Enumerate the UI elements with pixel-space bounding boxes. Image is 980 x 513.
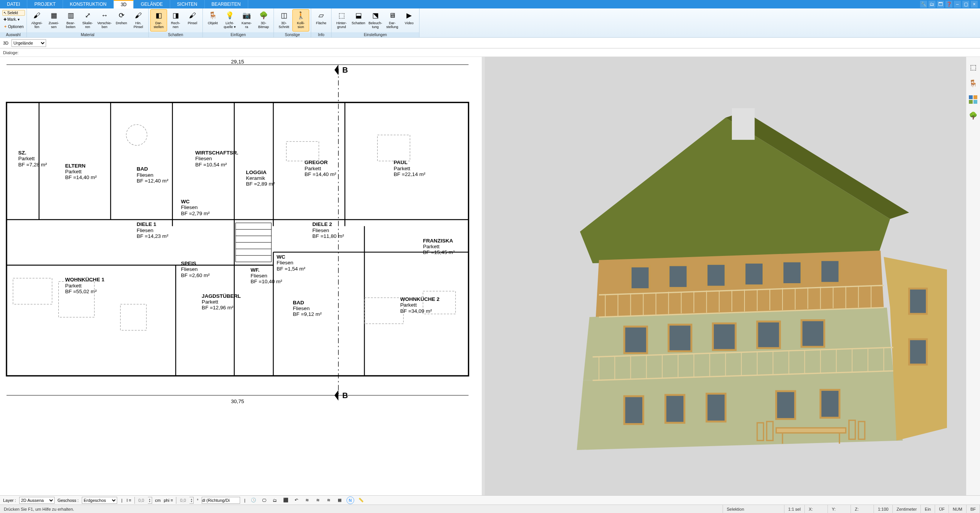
material-label-5: Drehen xyxy=(116,21,127,25)
svg-rect-34 xyxy=(365,298,404,324)
schatten-label-2: Pinsel xyxy=(188,21,197,25)
screen-icon[interactable]: 🖵 xyxy=(260,496,268,504)
bottom-toolbar: Layer : 2D Aussena Geschoss : Erdgeschos… xyxy=(0,495,980,505)
einstellungen-icon-2: ⬔ xyxy=(370,10,380,20)
einfuegen-btn-1[interactable]: 💡Licht- quelle ▾ xyxy=(221,9,238,32)
material-icon-4: ↔ xyxy=(99,10,109,20)
schatten-icon-2: 🖌 xyxy=(187,10,197,20)
clock-icon[interactable]: 🕓 xyxy=(250,496,257,504)
svg-point-31 xyxy=(126,125,147,145)
einstellungen-btn-4[interactable]: ▶Video xyxy=(401,9,418,32)
tool-icon[interactable]: 🔧 xyxy=(920,1,927,8)
3d-view-pane[interactable] xyxy=(485,57,967,495)
einstellungen-icon-0: ⬚ xyxy=(337,10,347,20)
svg-rect-97 xyxy=(757,322,780,348)
svg-text:B: B xyxy=(342,391,348,400)
help-icon[interactable]: ❓ xyxy=(945,1,952,8)
einfuegen-btn-0[interactable]: 🪑Objekt xyxy=(204,9,221,32)
layers2-icon[interactable]: 🗂 xyxy=(271,496,279,504)
room-label: WIRTSCHAFTSR.FliesenBF =10,54 m² xyxy=(195,150,238,167)
furniture-icon[interactable]: 🪑 xyxy=(968,78,978,88)
material-label-4: Verschie- ben xyxy=(97,21,112,29)
svg-rect-99 xyxy=(624,397,643,424)
undo-icon[interactable]: ↶ xyxy=(293,496,300,504)
material-btn-3[interactable]: ⤢Skalie- ren xyxy=(79,9,96,32)
material-label-2: Bear- beiten xyxy=(66,21,76,29)
einfuegen-label-1: Licht- quelle ▾ xyxy=(224,21,236,29)
tab-3d[interactable]: 3D xyxy=(114,0,134,8)
tab-datei[interactable]: DATEI xyxy=(0,0,27,8)
main-menubar: DATEI PROJEKT KONSTRUKTION 3D GELÄNDE SI… xyxy=(0,0,980,8)
l-input[interactable]: ▲▼ xyxy=(134,497,152,504)
folder-icon[interactable]: 🗂 xyxy=(929,1,935,8)
tab-projekt[interactable]: PROJEKT xyxy=(27,0,63,8)
cube-icon[interactable]: ⬛ xyxy=(282,496,290,504)
status-bf: BF xyxy=(967,505,980,513)
tab-sichten[interactable]: SICHTEN xyxy=(170,0,205,8)
stack2-icon[interactable]: ≋ xyxy=(314,496,322,504)
room-label: DIELE 1FliesenBF =14,23 m² xyxy=(137,221,169,239)
schatten-btn-0[interactable]: ◧Dar- stellen xyxy=(150,9,167,32)
einfuegen-btn-3[interactable]: 🌳3D- Bitmap xyxy=(255,9,272,32)
info-btn-0[interactable]: ▱Fläche xyxy=(313,9,330,32)
sonstige-icon-0: ◫ xyxy=(279,10,289,20)
schatten-icon-1: ◨ xyxy=(171,10,181,20)
material-btn-2[interactable]: ▥Bear- beiten xyxy=(62,9,79,32)
status-selektion: Selektion xyxy=(723,505,784,513)
material-btn-0[interactable]: 🖌Abgrei- fen xyxy=(28,9,45,32)
geschoss-select[interactable]: Erdgeschos xyxy=(82,497,117,504)
grid-icon[interactable]: ▦ xyxy=(336,496,343,504)
mark-tool[interactable]: ✚ Mark. ▾ xyxy=(2,17,25,22)
tab-bearbeiten[interactable]: BEARBEITEN xyxy=(205,0,248,8)
dialog-bar: Dialoge: xyxy=(0,48,980,57)
svg-rect-90 xyxy=(706,264,725,287)
tree-icon[interactable]: 🌳 xyxy=(968,111,978,121)
pane-splitter[interactable] xyxy=(482,57,485,495)
terrain-select[interactable]: Urgelände xyxy=(12,39,46,47)
tab-gelaende[interactable]: GELÄNDE xyxy=(134,0,170,8)
palette-icon[interactable] xyxy=(968,95,978,105)
phi-label: phi = xyxy=(164,498,173,503)
einstellungen-btn-1[interactable]: ⬓Schatten xyxy=(350,9,367,32)
sonstige-btn-0[interactable]: ◫3D- Schnitt xyxy=(275,9,292,32)
material-btn-4[interactable]: ↔Verschie- ben xyxy=(96,9,113,32)
stack-icon[interactable]: ≋ xyxy=(303,496,311,504)
einstellungen-btn-3[interactable]: 🖥Dar- stellung xyxy=(384,9,401,32)
close-icon[interactable]: × xyxy=(971,1,978,8)
ribbon: ↖ Selekt ✚ Mark. ▾ ＋Optionen Auswahl 🖌Ab… xyxy=(0,8,980,38)
north-icon[interactable]: N xyxy=(347,496,354,504)
statusbar: Drücken Sie F1, um Hilfe zu erhalten. Se… xyxy=(0,505,980,513)
svg-rect-98 xyxy=(801,320,824,347)
optionen-tool[interactable]: ＋Optionen xyxy=(2,23,25,30)
dl-input[interactable] xyxy=(202,497,240,504)
ruler-icon[interactable]: 📏 xyxy=(357,496,365,504)
svg-rect-116 xyxy=(973,100,977,104)
sonstige-btn-1[interactable]: 🚶Kolli- sion xyxy=(292,9,309,32)
selekt-tool[interactable]: ↖ Selekt xyxy=(2,10,25,16)
einfuegen-icon-3: 🌳 xyxy=(259,10,269,20)
einstellungen-btn-2[interactable]: ⬔Beleuch- tung xyxy=(367,9,384,32)
material-icon-5: ⟳ xyxy=(116,10,126,20)
einstellungen-label-1: Schatten xyxy=(352,21,365,25)
einstellungen-btn-0[interactable]: ⬚Hinter- grund xyxy=(333,9,350,32)
einfuegen-label-3: 3D- Bitmap xyxy=(258,21,269,29)
stack3-icon[interactable]: ≋ xyxy=(325,496,333,504)
floorplan-pane[interactable]: 29,15 B xyxy=(0,57,482,495)
material-btn-6[interactable]: 🖌Hin. Pinsel xyxy=(130,9,147,32)
view-subbar: 3D Urgelände xyxy=(0,38,980,48)
schatten-btn-2[interactable]: 🖌Pinsel xyxy=(184,9,201,32)
material-btn-5[interactable]: ⟳Drehen xyxy=(113,9,130,32)
phi-input[interactable]: ▲▼ xyxy=(176,497,194,504)
minimize-icon[interactable]: – xyxy=(954,1,961,8)
window-icon[interactable]: 🗔 xyxy=(937,1,944,8)
material-btn-1[interactable]: ▦Zuwei- sen xyxy=(45,9,62,32)
schatten-btn-1[interactable]: ◨Rech- nen xyxy=(167,9,184,32)
einfuegen-btn-2[interactable]: 📷Kame- ra xyxy=(238,9,255,32)
room-label: BADFliesenBF =9,12 m² xyxy=(293,300,322,317)
tab-konstruktion[interactable]: KONSTRUKTION xyxy=(63,0,114,8)
svg-text:B: B xyxy=(342,66,348,74)
maximize-icon[interactable]: ▢ xyxy=(962,1,969,8)
room-label: WCFliesenBF =2,79 m² xyxy=(181,199,210,216)
layers-icon[interactable]: ⬚ xyxy=(968,62,978,72)
layer-select[interactable]: 2D Aussena xyxy=(19,497,55,504)
